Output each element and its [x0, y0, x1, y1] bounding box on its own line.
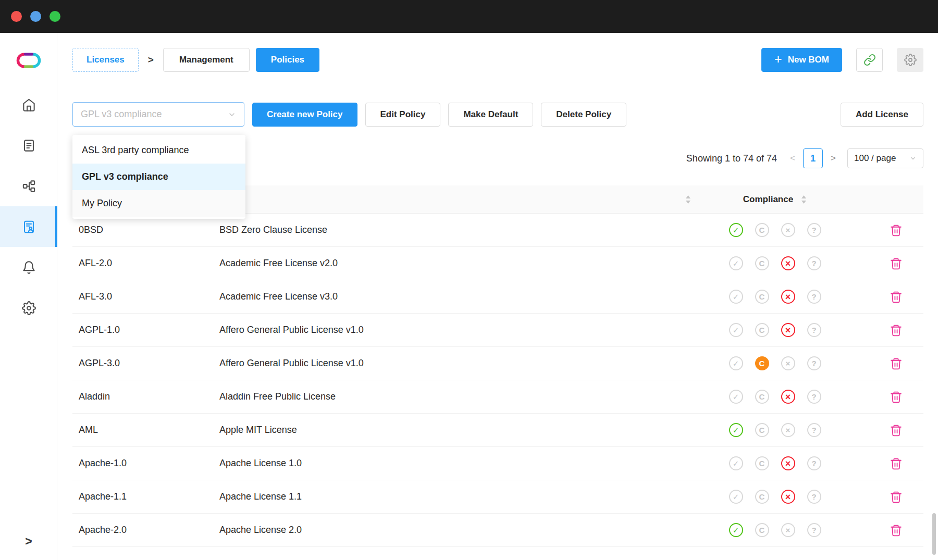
delete-license-button[interactable]	[890, 457, 903, 470]
compliance-cell: ✓ C × ?	[699, 256, 850, 270]
settings-icon	[22, 301, 36, 315]
delete-license-button[interactable]	[890, 424, 903, 437]
sidebar-item-settings[interactable]	[0, 288, 57, 328]
compliance-unknown-icon[interactable]: ?	[807, 490, 821, 504]
sort-icon[interactable]	[685, 195, 691, 204]
sidebar-item-notifications[interactable]	[0, 247, 57, 288]
add-license-button[interactable]: Add License	[841, 103, 923, 127]
license-name: Academic Free License v3.0	[219, 291, 699, 302]
delete-license-button[interactable]	[890, 323, 903, 337]
compliance-approved-icon[interactable]: ✓	[729, 256, 743, 270]
compliance-unknown-icon[interactable]: ?	[807, 423, 821, 437]
trash-icon	[890, 390, 903, 404]
compliance-rejected-icon[interactable]: ×	[781, 256, 795, 270]
compliance-rejected-icon[interactable]: ×	[781, 323, 795, 337]
compliance-unknown-icon[interactable]: ?	[807, 390, 821, 404]
breadcrumb-licenses-button[interactable]: Licenses	[72, 48, 139, 72]
compliance-approved-icon[interactable]: ✓	[729, 490, 743, 504]
link-button[interactable]	[856, 48, 883, 72]
pagination-prev-icon[interactable]: <	[787, 153, 798, 164]
compliance-unknown-icon[interactable]: ?	[807, 323, 821, 337]
sidebar-item-home[interactable]	[0, 84, 57, 125]
breadcrumb-policies-button[interactable]: Policies	[256, 48, 319, 72]
sidebar-collapse-toggle[interactable]: >	[0, 534, 57, 549]
create-policy-button[interactable]: Create new Policy	[252, 103, 357, 127]
sidebar-item-hierarchy[interactable]	[0, 166, 57, 206]
actions-cell	[850, 424, 923, 437]
compliance-rejected-icon[interactable]: ×	[781, 290, 795, 304]
compliance-conditional-icon[interactable]: C	[755, 223, 769, 237]
table-header-compliance[interactable]: Compliance	[699, 194, 850, 205]
app-logo[interactable]	[0, 33, 57, 74]
compliance-rejected-icon[interactable]: ×	[781, 423, 795, 437]
table-header-name[interactable]	[219, 195, 699, 204]
compliance-unknown-icon[interactable]: ?	[807, 290, 821, 304]
trash-icon	[890, 223, 903, 237]
compliance-rejected-icon[interactable]: ×	[781, 223, 795, 237]
compliance-approved-icon[interactable]: ✓	[729, 456, 743, 470]
sidebar-item-documents[interactable]	[0, 125, 57, 166]
compliance-approved-icon[interactable]: ✓	[729, 223, 743, 237]
compliance-cell: ✓ C × ?	[699, 290, 850, 304]
window-maximize-button[interactable]	[50, 11, 60, 22]
new-bom-button[interactable]: + New BOM	[761, 48, 842, 72]
compliance-unknown-icon[interactable]: ?	[807, 523, 821, 537]
compliance-approved-icon[interactable]: ✓	[729, 523, 743, 537]
page-size-select[interactable]: 100 / page	[847, 148, 923, 168]
delete-license-button[interactable]	[890, 223, 903, 237]
compliance-unknown-icon[interactable]: ?	[807, 223, 821, 237]
delete-license-button[interactable]	[890, 390, 903, 404]
compliance-rejected-icon[interactable]: ×	[781, 523, 795, 537]
compliance-conditional-icon[interactable]: C	[755, 423, 769, 437]
delete-license-button[interactable]	[890, 290, 903, 304]
compliance-rejected-icon[interactable]: ×	[781, 356, 795, 370]
policy-select[interactable]: GPL v3 compliance	[72, 102, 244, 127]
compliance-approved-icon[interactable]: ✓	[729, 356, 743, 370]
actions-cell	[850, 357, 923, 370]
pagination-summary: Showing 1 to 74 of 74	[686, 153, 777, 164]
compliance-conditional-icon[interactable]: C	[755, 390, 769, 404]
trash-icon	[890, 490, 903, 504]
compliance-approved-icon[interactable]: ✓	[729, 423, 743, 437]
compliance-conditional-icon[interactable]: C	[755, 490, 769, 504]
delete-license-button[interactable]	[890, 257, 903, 270]
compliance-rejected-icon[interactable]: ×	[781, 390, 795, 404]
compliance-unknown-icon[interactable]: ?	[807, 256, 821, 270]
delete-license-button[interactable]	[890, 490, 903, 504]
compliance-unknown-icon[interactable]: ?	[807, 356, 821, 370]
sidebar-item-policies[interactable]	[0, 206, 57, 247]
license-id: AFL-3.0	[72, 291, 219, 302]
compliance-rejected-icon[interactable]: ×	[781, 456, 795, 470]
actions-cell	[850, 290, 923, 304]
dropdown-option-asl[interactable]: ASL 3rd party compliance	[72, 137, 245, 164]
sort-icon[interactable]	[801, 195, 807, 204]
compliance-rejected-icon[interactable]: ×	[781, 490, 795, 504]
delete-license-button[interactable]	[890, 524, 903, 537]
delete-license-button[interactable]	[890, 357, 903, 370]
compliance-conditional-icon[interactable]: C	[755, 323, 769, 337]
window-close-button[interactable]	[11, 11, 22, 22]
compliance-conditional-icon[interactable]: C	[755, 290, 769, 304]
scrollbar[interactable]	[932, 513, 936, 555]
window-minimize-button[interactable]	[30, 11, 41, 22]
compliance-conditional-icon[interactable]: C	[755, 456, 769, 470]
pagination-page-1[interactable]: 1	[803, 148, 823, 168]
compliance-approved-icon[interactable]: ✓	[729, 323, 743, 337]
dropdown-option-my-policy[interactable]: My Policy	[72, 190, 245, 217]
breadcrumb-management-button[interactable]: Management	[163, 48, 250, 72]
pagination-next-icon[interactable]: >	[828, 153, 839, 164]
compliance-conditional-icon[interactable]: C	[755, 356, 769, 370]
settings-button[interactable]	[897, 48, 923, 72]
compliance-approved-icon[interactable]: ✓	[729, 390, 743, 404]
delete-policy-button[interactable]: Delete Policy	[541, 103, 626, 127]
compliance-conditional-icon[interactable]: C	[755, 256, 769, 270]
compliance-unknown-icon[interactable]: ?	[807, 456, 821, 470]
compliance-conditional-icon[interactable]: C	[755, 523, 769, 537]
edit-policy-button[interactable]: Edit Policy	[365, 103, 441, 127]
dropdown-option-gpl[interactable]: GPL v3 compliance	[72, 164, 245, 190]
compliance-approved-icon[interactable]: ✓	[729, 290, 743, 304]
table-row: AGPL-1.0 Affero General Public License v…	[72, 314, 923, 347]
header-actions: + New BOM	[761, 48, 923, 72]
make-default-button[interactable]: Make Default	[448, 103, 533, 127]
trash-icon	[890, 290, 903, 304]
